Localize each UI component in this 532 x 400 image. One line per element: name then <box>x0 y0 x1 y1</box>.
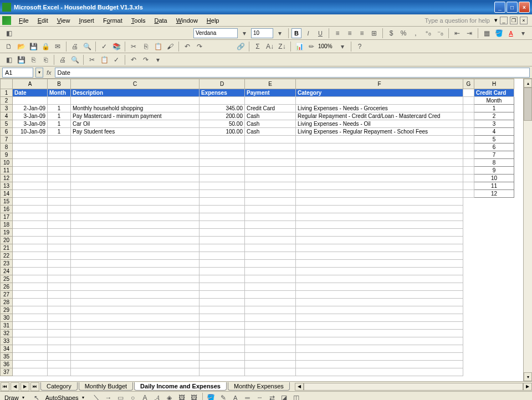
doc-minimize[interactable]: _ <box>500 17 508 24</box>
tb2-3[interactable]: ⎘ <box>28 54 39 65</box>
horizontal-scrollbar[interactable]: ◀ ▶ <box>295 383 532 391</box>
align-center-icon[interactable]: ≡ <box>344 28 355 39</box>
name-box[interactable]: A1 <box>2 68 33 78</box>
bold-button[interactable]: B <box>291 28 301 38</box>
tab-last-icon[interactable]: ⏭ <box>30 382 39 391</box>
menu-file[interactable]: File <box>14 16 33 25</box>
spell-icon[interactable]: ✓ <box>99 41 110 52</box>
menu-insert[interactable]: Insert <box>74 16 99 25</box>
doc-close[interactable]: × <box>520 17 528 24</box>
line-icon[interactable]: ＼ <box>91 392 102 401</box>
menu-data[interactable]: Data <box>150 16 171 25</box>
sheet-tab-3[interactable]: Monthly Expenses <box>228 382 290 391</box>
draw-dd-icon[interactable]: ▾ <box>22 395 30 400</box>
tb2-5[interactable]: 🖨 <box>57 54 68 65</box>
fx-icon[interactable]: fx <box>43 69 55 76</box>
spreadsheet-grid[interactable]: ABCDEFGH1DateMonthDescriptionExpensesPay… <box>0 79 523 381</box>
font-dd-icon[interactable]: ▾ <box>239 28 250 39</box>
line-color-icon[interactable]: ✎ <box>218 392 229 401</box>
tb2-7[interactable]: ✂ <box>86 54 98 65</box>
sheet-tab-2[interactable]: Daily Income and Expenses <box>134 382 227 391</box>
app-icon[interactable] <box>2 16 11 25</box>
cut-icon[interactable]: ✂ <box>128 41 139 52</box>
font-size[interactable]: 10 <box>251 28 273 38</box>
redo-icon[interactable]: ↷ <box>194 41 205 52</box>
tab-first-icon[interactable]: ⏮ <box>1 382 9 391</box>
comma-icon[interactable]: , <box>410 28 421 39</box>
tb2-4[interactable]: ⎗ <box>40 54 51 65</box>
align-right-icon[interactable]: ≡ <box>356 28 367 39</box>
tab-next-icon[interactable]: ▶ <box>21 382 29 391</box>
font-color-icon[interactable]: A <box>505 28 516 39</box>
doc-restore[interactable]: ❐ <box>510 17 518 24</box>
menu-view[interactable]: View <box>53 16 75 25</box>
scroll-up-icon[interactable]: ▴ <box>524 79 532 88</box>
hscroll-right-icon[interactable]: ▶ <box>523 383 532 391</box>
sheet-tab-1[interactable]: Monthly Budget <box>79 382 133 391</box>
3d-icon[interactable]: ◫ <box>291 392 302 401</box>
font-color2-icon[interactable]: A <box>230 392 241 401</box>
indent-inc-icon[interactable]: ⇥ <box>464 28 475 39</box>
minimize-button[interactable]: _ <box>494 2 505 13</box>
tb2-9[interactable]: ✓ <box>111 54 122 65</box>
arrow-style-icon[interactable]: ⇄ <box>267 392 278 401</box>
print-icon[interactable]: 🖨 <box>69 41 80 52</box>
tb2-8[interactable]: 📋 <box>99 54 110 65</box>
maximize-button[interactable]: □ <box>507 2 518 13</box>
research-icon[interactable]: 📚 <box>111 41 122 52</box>
tb2-6[interactable]: 🔍 <box>69 54 80 65</box>
dropdown-icon[interactable]: ▾ <box>494 17 498 24</box>
border-icon[interactable]: ▦ <box>481 28 492 39</box>
perm-icon[interactable]: 🔒 <box>40 41 51 52</box>
oval-icon[interactable]: ○ <box>127 392 139 401</box>
wordart-icon[interactable]: 𝓐 <box>152 392 163 401</box>
tab-prev-icon[interactable]: ◀ <box>11 382 19 391</box>
merge-icon[interactable]: ⊞ <box>369 28 380 39</box>
size-dd-icon[interactable]: ▾ <box>274 28 285 39</box>
indent-dec-icon[interactable]: ⇤ <box>452 28 463 39</box>
undo-icon[interactable]: ↶ <box>182 41 193 52</box>
font-name[interactable]: Verdana <box>193 28 238 38</box>
menu-help[interactable]: Help <box>202 16 224 25</box>
picture-icon[interactable]: 🖼 <box>188 392 200 401</box>
dec-inc-icon[interactable]: ⁺₀ <box>422 28 433 39</box>
shadow-icon[interactable]: ◪ <box>279 392 290 401</box>
auto-dd-icon[interactable]: ▾ <box>82 395 90 400</box>
sheet-tab-0[interactable]: Category <box>40 382 78 391</box>
tb2-10[interactable]: ↶ <box>128 54 139 65</box>
draw-label[interactable]: Draw <box>2 394 21 401</box>
fill-icon[interactable]: 🪣 <box>493 28 504 39</box>
clipart-icon[interactable]: 🖼 <box>176 392 187 401</box>
scroll-thumb[interactable] <box>524 88 532 121</box>
scroll-down-icon[interactable]: ▾ <box>524 372 532 381</box>
toolbar-more-icon[interactable]: ▾ <box>518 28 529 39</box>
new-icon[interactable]: 🗋 <box>3 41 14 52</box>
help-icon[interactable]: ? <box>354 41 365 52</box>
menu-edit[interactable]: Edit <box>33 16 53 25</box>
menu-window[interactable]: Window <box>172 16 202 25</box>
underline-button[interactable]: U <box>315 28 326 39</box>
textbox-icon[interactable]: A <box>140 392 151 401</box>
align-left-icon[interactable]: ≡ <box>332 28 343 39</box>
autoshapes-label[interactable]: AutoShapes <box>43 394 81 401</box>
dash-icon[interactable]: ┄ <box>254 392 265 401</box>
link-icon[interactable]: 🔗 <box>235 41 246 52</box>
menu-tools[interactable]: Tools <box>127 16 150 25</box>
rect-icon[interactable]: ▭ <box>115 392 126 401</box>
italic-button[interactable]: I <box>303 28 314 39</box>
currency-icon[interactable]: $ <box>386 28 397 39</box>
paste-icon[interactable]: 📋 <box>152 41 163 52</box>
save-icon[interactable]: 💾 <box>28 41 39 52</box>
formula-input[interactable]: Date <box>55 68 530 78</box>
diagram-icon[interactable]: ◈ <box>164 392 175 401</box>
arrow-icon[interactable]: → <box>103 392 114 401</box>
tb2-1[interactable]: ◧ <box>3 54 14 65</box>
dec-dec-icon[interactable]: ⁻₀ <box>434 28 446 39</box>
close-button[interactable]: × <box>519 2 530 13</box>
fill2-icon[interactable]: 🪣 <box>206 392 217 401</box>
vertical-scrollbar[interactable]: ▴ ▾ <box>523 79 532 381</box>
hscroll-left-icon[interactable]: ◀ <box>295 383 304 391</box>
zoom-dd-icon[interactable]: ▾ <box>337 41 348 52</box>
sort-a-icon[interactable]: A↓ <box>264 41 275 52</box>
tb2-2[interactable]: 💾 <box>16 54 27 65</box>
